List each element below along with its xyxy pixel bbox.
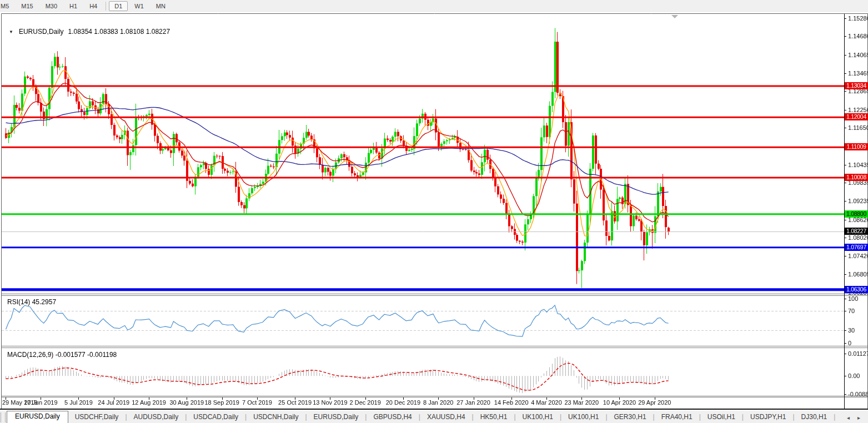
tab-usdcnh-daily-4[interactable]: USDCNH,Daily: [247, 411, 305, 423]
tab-scroll-arrows: ◂▸: [847, 415, 868, 423]
timeframe-button-h4[interactable]: H4: [84, 1, 103, 11]
toolbar-separator: [106, 2, 106, 11]
price-badge-1.08800: 1.08800: [845, 210, 868, 218]
rsi-tick-100: 100: [848, 295, 858, 302]
tab-splitter[interactable]: [1, 412, 6, 422]
price-badge-1.13034: 1.13034: [845, 82, 868, 89]
price-tick-1.10435: 1.10435: [848, 162, 868, 168]
date-tick-14-feb-2020: 14 Feb 2020: [492, 399, 531, 406]
date-tick-27-jan-2020: 27 Jan 2020: [454, 399, 493, 406]
tab-usdcad-daily-3[interactable]: USDCAD,Daily: [187, 411, 245, 423]
tab-fra40-h1-12[interactable]: FRA40,H1: [655, 411, 699, 423]
chart-symbol-header: ▼ EURUSD,Daily 1.08354 1.08383 1.08108 1…: [9, 28, 170, 36]
price-badge-1.11009: 1.11009: [845, 143, 868, 150]
chevron-down-icon[interactable]: ▼: [9, 29, 13, 34]
rsi-tick-30: 30: [848, 327, 855, 334]
chart-tab-bar: EURUSD,DailyUSDCHF,Daily|AUDUSD,Daily|US…: [0, 411, 868, 423]
price-tick-1.12250: 1.12250: [848, 107, 868, 113]
date-tick-29-apr-2020: 29 Apr 2020: [635, 399, 674, 406]
date-tick-18-sep-2019: 18 Sep 2019: [203, 399, 242, 406]
date-tick-7-oct-2019: 7 Oct 2019: [238, 399, 277, 406]
price-tick-1.06805: 1.06805: [848, 271, 868, 278]
tab-xauusd-h4-7[interactable]: XAUUSD,H4: [420, 411, 472, 423]
date-tick-17-jun-2019: 17 Jun 2019: [21, 399, 60, 406]
chart-ohlc-values: 1.08354 1.08383 1.08108 1.08227: [68, 28, 170, 36]
rsi-indicator-label: RSI(14) 45.2957: [7, 298, 56, 306]
price-badge-1.06306: 1.06306: [845, 286, 868, 293]
date-tick-2-dec-2019: 2 Dec 2019: [346, 399, 385, 406]
rsi-tick-0: 0: [848, 340, 851, 346]
macd-tick--0.008845: -0.008845: [848, 391, 868, 397]
macd-tick-0.011277: 0.011277: [848, 350, 868, 357]
chart-window: ▼ EURUSD,Daily 1.08354 1.08383 1.08108 1…: [0, 12, 868, 411]
tab-gbpusd-h4-6[interactable]: GBPUSD,H4: [367, 411, 418, 423]
tab-uk100-h1-10[interactable]: UK100,H1: [561, 411, 605, 423]
macd-tick-0.00: 0.00: [848, 372, 860, 379]
mt4-chart-screen: M5M15M30H1H4D1W1MN ▼ EURUSD,Daily 1.0835…: [0, 0, 868, 423]
tab-hk50-h1-8[interactable]: HK50,H1: [474, 411, 514, 423]
price-tick-1.11650: 1.11650: [848, 124, 868, 131]
date-tick-8-jan-2020: 8 Jan 2020: [419, 399, 458, 406]
date-tick-12-aug-2019: 12 Aug 2019: [129, 399, 168, 406]
timeframe-toolbar: M5M15M30H1H4D1W1MN: [0, 0, 868, 13]
price-tick-1.14065: 1.14065: [848, 52, 868, 58]
date-tick-4-mar-2020: 4 Mar 2020: [527, 399, 566, 406]
tab-scroll-right-icon[interactable]: ▸: [857, 415, 860, 421]
tab-uk100-h1-9[interactable]: UK100,H1: [516, 411, 560, 423]
tab-usdjpy-h1-14[interactable]: USDJPY,H1: [744, 411, 792, 423]
tab-dj30-h1-15[interactable]: DJ30,H1: [795, 411, 834, 423]
macd-indicator-label: MACD(12,26,9) -0.001577 -0.001198: [7, 351, 117, 359]
date-tick-13-nov-2019: 13 Nov 2019: [310, 399, 349, 406]
price-tick-1.07420: 1.07420: [848, 253, 868, 259]
price-tick-1.08020: 1.08020: [848, 234, 868, 241]
date-tick-24-jul-2019: 24 Jul 2019: [94, 399, 133, 406]
price-badge-1.07697: 1.07697: [845, 244, 868, 251]
tab-eurusd-daily-5[interactable]: EURUSD,Daily: [307, 411, 365, 423]
price-tick-1.13465: 1.13465: [848, 70, 868, 77]
tab-scroll-left-icon[interactable]: ◂: [847, 415, 850, 421]
date-tick-30-aug-2019: 30 Aug 2019: [167, 399, 206, 406]
price-badge-1.12004: 1.12004: [845, 113, 868, 120]
date-tick-5-jul-2019: 5 Jul 2019: [59, 399, 98, 406]
tab-usdchf-daily-1[interactable]: USDCHF,Daily: [68, 411, 126, 423]
date-tick-25-oct-2019: 25 Oct 2019: [275, 399, 314, 406]
price-badge-1.10008: 1.10008: [845, 174, 868, 181]
chart-canvas[interactable]: [0, 12, 868, 423]
tab-eurusd-daily-0[interactable]: EURUSD,Daily: [7, 411, 68, 423]
tab-audusd-daily-2[interactable]: AUDUSD,Daily: [127, 411, 185, 423]
price-tick-1.15280: 1.15280: [848, 15, 868, 22]
tab-divider: |: [834, 413, 835, 423]
timeframe-button-h1[interactable]: H1: [64, 1, 83, 11]
price-tick-1.09235: 1.09235: [848, 198, 868, 204]
timeframe-button-d1[interactable]: D1: [109, 1, 128, 11]
tab-ger30-h1-11[interactable]: GER30,H1: [608, 411, 653, 423]
date-tick-10-apr-2020: 10 Apr 2020: [600, 399, 639, 406]
timeframe-button-w1[interactable]: W1: [129, 1, 149, 11]
date-tick-20-dec-2019: 20 Dec 2019: [384, 399, 423, 406]
timeframe-button-m5[interactable]: M5: [0, 1, 14, 11]
price-tick-1.14680: 1.14680: [848, 33, 868, 39]
date-tick-23-mar-2020: 23 Mar 2020: [562, 399, 601, 406]
timeframe-button-m15[interactable]: M15: [16, 1, 38, 11]
timeframe-button-mn[interactable]: MN: [150, 1, 171, 11]
chart-symbol-label: EURUSD,Daily: [19, 28, 64, 36]
timeframe-button-m30[interactable]: M30: [40, 1, 63, 11]
tab-usoil-h1-13[interactable]: USOil,H1: [701, 411, 742, 423]
rsi-tick-70: 70: [848, 308, 855, 314]
price-badge-1.08227: 1.08227: [845, 228, 868, 235]
